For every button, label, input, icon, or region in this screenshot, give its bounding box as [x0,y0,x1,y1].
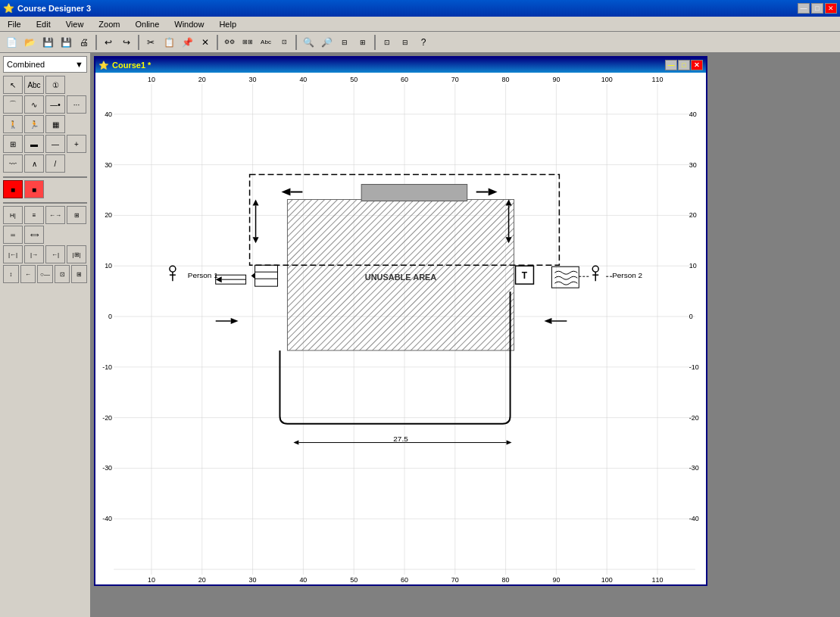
menu-edit[interactable]: Edit [32,18,55,30]
tool-d3[interactable]: ○— [37,265,53,283]
tb-paste[interactable]: 📌 [179,34,195,51]
view-mode-dropdown[interactable]: Combined ▼ [3,56,87,73]
tool-curve[interactable]: ∿ [24,95,44,114]
title-bar-buttons[interactable]: — □ ✕ [798,3,837,14]
tb-undo[interactable]: ↩ [100,34,117,51]
tool-arc[interactable]: ⌒ [3,95,23,114]
menu-file[interactable]: File [3,18,26,30]
svg-text:-20: -20 [689,414,699,422]
tool-plus[interactable]: + [67,135,86,153]
tb-zoom-in[interactable]: 🔍 [300,34,317,51]
tool-v3[interactable]: ←| [45,245,65,263]
mdi-star-icon: ⭐ [98,61,109,70]
tb-tool4[interactable]: ⊡ [276,34,292,51]
menu-help[interactable]: Help [214,18,241,30]
tool-slash[interactable]: / [45,154,65,173]
menu-zoom[interactable]: Zoom [94,18,124,30]
left-sidebar: Combined ▼ ↖ Abc ① ⌒ ∿ —• ··· 🚶 🏃 ▦ ⊞ ▬ … [0,53,91,617]
svg-text:0: 0 [689,313,693,320]
mdi-maximize-button[interactable]: □ [678,60,690,70]
tool-d2[interactable]: ← [20,265,36,283]
mdi-close-button[interactable]: ✕ [691,60,703,70]
tb-save2[interactable]: 💾 [58,34,74,51]
tool-d1[interactable]: ↕ [3,265,19,283]
tool-text[interactable]: Abc [24,76,44,94]
tool-dotline[interactable]: ··· [67,95,86,114]
svg-text:30: 30 [249,576,257,584]
tool-run[interactable]: 🏃 [24,115,44,133]
menu-window[interactable]: Window [170,18,208,30]
tb-sep1 [95,35,97,50]
tool-harrow[interactable]: ⟺ [24,226,44,244]
svg-text:20: 20 [689,211,697,219]
tb-save[interactable]: 💾 [39,34,56,51]
tb-redo[interactable]: ↪ [118,34,135,51]
tool-line[interactable]: —• [45,95,65,114]
svg-text:70: 70 [451,76,459,83]
tool-grid[interactable]: ⊞ [67,206,86,224]
tool-row-6: H| ≡ ←→ ⊞ [3,206,87,224]
tool-red2[interactable]: ■ [24,180,44,198]
tool-hatch[interactable]: ▦ [45,115,65,133]
tool-arrow[interactable]: ←→ [45,206,65,224]
tb-tool2[interactable]: ⊞⊞ [239,34,256,51]
tb-open[interactable]: 📂 [21,34,38,51]
tool-v2[interactable]: |→ [24,245,44,263]
tool-wave[interactable]: 〰 [3,154,23,173]
dropdown-arrow: ▼ [75,60,83,69]
tool-select[interactable]: ↖ [3,76,23,94]
svg-text:70: 70 [451,576,459,584]
tb-print[interactable]: 🖨 [76,34,92,51]
tb-zoom-full[interactable]: ⊞ [354,34,371,51]
svg-text:-30: -30 [689,464,699,472]
app-icon: ⭐ [3,3,14,14]
tool-row-4: ⊞ ▬ — + [3,135,87,153]
mdi-window-buttons[interactable]: — □ ✕ [665,60,703,70]
tb-tool3[interactable]: Abc [258,34,274,51]
tb-tool5[interactable]: ⊡ [379,34,395,51]
svg-text:-20: -20 [102,414,112,422]
tool-list[interactable]: ≡ [24,206,44,224]
tool-angle[interactable]: ∧ [24,154,44,173]
svg-text:20: 20 [105,211,112,219]
svg-text:40: 40 [299,76,307,83]
tb-sep5 [374,35,376,50]
tool-d5[interactable]: ⊞ [71,265,87,283]
drawing-area[interactable]: 10 20 30 40 50 60 70 80 90 100 110 [95,73,706,584]
tb-help[interactable]: ? [415,34,432,51]
tool-h1[interactable]: H| [3,206,23,224]
tool-bar[interactable]: ▬ [24,135,44,153]
tb-tool1[interactable]: ⚙⚙ [221,34,238,51]
tool-hbar[interactable]: ═ [3,226,23,244]
tool-d4[interactable]: ⊡ [55,265,70,283]
tb-copy[interactable]: 📋 [161,34,177,51]
tool-v4[interactable]: |⊞| [67,245,86,263]
svg-text:UNUSABLE AREA: UNUSABLE AREA [365,273,437,282]
app-title-bar: ⭐ Course Designer 3 — □ ✕ [0,0,840,17]
minimize-button[interactable]: — [798,3,810,14]
menu-view[interactable]: View [61,18,89,30]
mdi-minimize-button[interactable]: — [665,60,677,70]
tb-zoom-fit[interactable]: ⊟ [336,34,353,51]
svg-text:27.5: 27.5 [393,435,408,443]
maximize-button[interactable]: □ [811,3,823,14]
tool-equipment[interactable]: ⊞ [3,135,23,153]
svg-text:-40: -40 [689,515,699,522]
tb-new[interactable]: 📄 [3,34,20,51]
tool-row-7: ═ ⟺ [3,226,87,244]
tb-delete[interactable]: ✕ [197,34,214,51]
tool-number[interactable]: ① [45,76,65,94]
tool-walk[interactable]: 🚶 [3,115,23,133]
main-toolbar: 📄 📂 💾 💾 🖨 ↩ ↪ ✂ 📋 📌 ✕ ⚙⚙ ⊞⊞ Abc ⊡ 🔍 🔎 ⊟ … [0,32,840,53]
tool-v1[interactable]: |←| [3,245,23,263]
mdi-window-title: Course1 * [112,61,151,70]
tb-zoom-out[interactable]: 🔎 [318,34,335,51]
svg-text:-10: -10 [102,363,112,371]
tool-dash[interactable]: — [45,135,65,153]
close-button[interactable]: ✕ [825,3,837,14]
tb-tool6[interactable]: ⊟ [397,34,414,51]
color-row: ■ ■ [3,180,87,198]
tb-cut[interactable]: ✂ [142,34,159,51]
menu-online[interactable]: Online [130,18,164,30]
tool-red[interactable]: ■ [3,180,23,198]
